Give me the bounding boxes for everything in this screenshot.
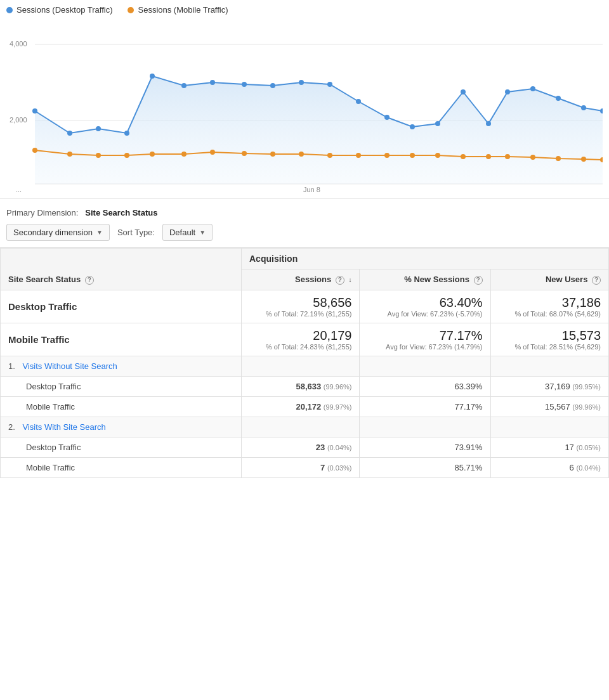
sort-type-label: Sort Type: xyxy=(117,228,155,237)
cat1-new-sessions-empty xyxy=(360,356,490,376)
desktop-dot xyxy=(410,124,415,129)
data-table: Site Search Status ? Acquisition Session… xyxy=(0,248,609,478)
legend-mobile-label: Sessions (Mobile Traffic) xyxy=(138,5,228,15)
cat2-desktop-new-users: 17 (0.05%) xyxy=(490,437,608,457)
cat2-sessions-empty xyxy=(242,417,360,437)
mobile-dot xyxy=(556,156,561,161)
primary-dimension-row: Primary Dimension: Site Search Status xyxy=(6,208,603,217)
desktop-sessions-cell: 58,656 % of Total: 72.19% (81,255) xyxy=(242,290,360,323)
svg-text:Jun 8: Jun 8 xyxy=(303,186,320,193)
legend-dot-desktop xyxy=(6,7,13,13)
sort-default-dropdown[interactable]: Default ▼ xyxy=(162,224,213,241)
cat1-desktop-row: Desktop Traffic 58,633 (99.96%) 63.39% 3… xyxy=(1,376,609,396)
mobile-dot xyxy=(210,150,215,155)
help-icon[interactable]: ? xyxy=(85,276,94,285)
desktop-dot xyxy=(96,126,101,131)
primary-dimension-label: Primary Dimension: xyxy=(6,208,78,217)
mobile-dot xyxy=(486,154,491,159)
desktop-dot xyxy=(150,74,155,79)
mobile-dot xyxy=(435,153,440,158)
cat2-label-cell[interactable]: 2. Visits With Site Search xyxy=(1,417,242,437)
svg-text:...: ... xyxy=(16,186,22,193)
cat2-row: 2. Visits With Site Search xyxy=(1,417,609,437)
desktop-dot xyxy=(210,80,215,85)
secondary-dimension-dropdown[interactable]: Secondary dimension ▼ xyxy=(6,224,110,241)
cat2-desktop-label: Desktop Traffic xyxy=(1,437,242,457)
desktop-dot xyxy=(124,131,129,136)
desktop-traffic-label: Desktop Traffic xyxy=(1,290,242,323)
desktop-dot xyxy=(486,121,491,126)
chart-area: 4,000 2,000 xyxy=(0,22,609,199)
cat2-mobile-label: Mobile Traffic xyxy=(1,457,242,477)
col-new-sessions-header: % New Sessions ? xyxy=(360,269,490,290)
cat2-mobile-new-sessions: 85.71% xyxy=(360,457,490,477)
controls-bar: Primary Dimension: Site Search Status Se… xyxy=(0,199,609,248)
filters-row: Secondary dimension ▼ Sort Type: Default… xyxy=(6,224,603,241)
mobile-dot xyxy=(356,153,361,158)
col-site-search-status-header: Site Search Status ? xyxy=(1,249,242,290)
cat2-desktop-row: Desktop Traffic 23 (0.04%) 73.91% 17 (0.… xyxy=(1,437,609,457)
chevron-down-icon: ▼ xyxy=(199,229,206,236)
cat2-mobile-sessions: 7 (0.03%) xyxy=(242,457,360,477)
desktop-dot xyxy=(242,82,247,87)
cat1-desktop-sessions: 58,633 (99.96%) xyxy=(242,376,360,396)
col-sessions-header: Sessions ? ↓ xyxy=(242,269,360,290)
desktop-area xyxy=(35,76,603,184)
svg-text:4,000: 4,000 xyxy=(10,40,27,48)
cat1-mobile-new-sessions: 77.17% xyxy=(360,396,490,417)
desktop-new-users-cell: 37,186 % of Total: 68.07% (54,629) xyxy=(490,290,608,323)
cat2-desktop-new-sessions: 73.91% xyxy=(360,437,490,457)
mobile-dot xyxy=(124,153,129,158)
desktop-dot xyxy=(530,86,535,91)
sort-default-label: Default xyxy=(169,228,195,237)
mobile-dot xyxy=(505,154,510,159)
mobile-traffic-label: Mobile Traffic xyxy=(1,323,242,356)
desktop-dot xyxy=(461,89,466,94)
sort-icon: ↓ xyxy=(348,276,351,283)
cat2-new-sessions-empty xyxy=(360,417,490,437)
col-new-users-header: New Users ? xyxy=(490,269,608,290)
mobile-dot xyxy=(67,152,72,157)
mobile-sessions-cell: 20,179 % of Total: 24.83% (81,255) xyxy=(242,323,360,356)
cat1-mobile-new-users: 15,567 (99.96%) xyxy=(490,396,608,417)
desktop-dot xyxy=(327,82,332,87)
help-icon[interactable]: ? xyxy=(592,276,601,285)
mobile-dot xyxy=(299,152,304,157)
mobile-dot xyxy=(32,148,37,153)
acquisition-group-header: Acquisition xyxy=(242,249,609,269)
secondary-dimension-label: Secondary dimension xyxy=(13,228,93,237)
cat1-label-cell[interactable]: 1. Visits Without Site Search xyxy=(1,356,242,376)
mobile-new-users-cell: 15,573 % of Total: 28.51% (54,629) xyxy=(490,323,608,356)
cat1-desktop-new-users: 37,169 (99.95%) xyxy=(490,376,608,396)
help-icon[interactable]: ? xyxy=(474,276,483,285)
cat1-new-users-empty xyxy=(490,356,608,376)
desktop-dot xyxy=(581,105,586,110)
mobile-traffic-totals-row: Mobile Traffic 20,179 % of Total: 24.83%… xyxy=(1,323,609,356)
line-chart: 4,000 2,000 xyxy=(6,29,603,193)
mobile-new-sessions-cell: 77.17% Avg for View: 67.23% (14.79%) xyxy=(360,323,490,356)
mobile-dot xyxy=(410,153,415,158)
chart-legend: Sessions (Desktop Traffic) Sessions (Mob… xyxy=(0,0,609,22)
desktop-dot xyxy=(384,115,390,120)
chart-svg-wrapper: 4,000 2,000 xyxy=(6,29,603,195)
cat1-link[interactable]: Visits Without Site Search xyxy=(22,361,117,371)
desktop-dot xyxy=(181,83,187,88)
desktop-dot xyxy=(556,96,561,101)
cat1-row: 1. Visits Without Site Search xyxy=(1,356,609,376)
cat1-num: 1. xyxy=(8,361,15,371)
help-icon[interactable]: ? xyxy=(336,276,344,285)
desktop-dot xyxy=(299,80,304,85)
svg-text:2,000: 2,000 xyxy=(10,116,27,124)
cat2-link[interactable]: Visits With Site Search xyxy=(22,422,105,432)
mobile-dot xyxy=(270,152,275,157)
cat2-new-users-empty xyxy=(490,417,608,437)
desktop-dot xyxy=(67,131,72,136)
mobile-dot xyxy=(530,155,535,160)
desktop-dot xyxy=(435,121,440,126)
cat2-num: 2. xyxy=(8,422,15,432)
mobile-dot xyxy=(384,153,390,158)
mobile-dot xyxy=(461,154,466,159)
col1-label: Site Search Status xyxy=(8,275,81,284)
legend-mobile: Sessions (Mobile Traffic) xyxy=(128,5,228,15)
desktop-dot xyxy=(32,108,37,113)
